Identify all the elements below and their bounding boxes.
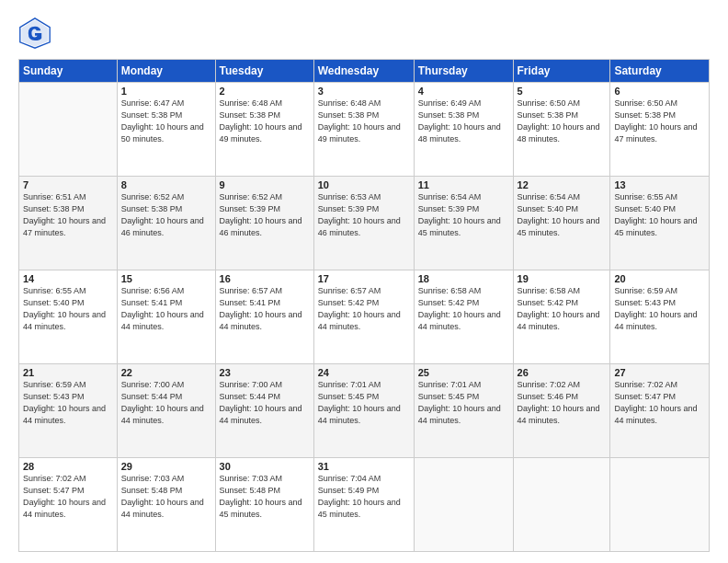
day-number: 6 xyxy=(614,86,705,97)
day-number: 5 xyxy=(518,86,607,97)
day-number: 28 xyxy=(23,461,113,472)
calendar-week-row: 28Sunrise: 7:02 AMSunset: 5:47 PMDayligh… xyxy=(19,458,710,552)
calendar-day-cell: 18Sunrise: 6:58 AMSunset: 5:42 PMDayligh… xyxy=(414,270,513,364)
calendar-day-cell: 19Sunrise: 6:58 AMSunset: 5:42 PMDayligh… xyxy=(513,270,610,364)
day-number: 9 xyxy=(220,179,310,190)
calendar-day-cell: 6Sunrise: 6:50 AMSunset: 5:38 PMDaylight… xyxy=(610,83,710,177)
weekday-header: Wednesday xyxy=(313,60,414,83)
day-detail: Sunrise: 6:52 AMSunset: 5:39 PMDaylight:… xyxy=(220,191,310,239)
day-number: 23 xyxy=(220,367,310,378)
day-number: 3 xyxy=(318,86,410,97)
weekday-header: Thursday xyxy=(414,60,513,83)
calendar-day-cell: 20Sunrise: 6:59 AMSunset: 5:43 PMDayligh… xyxy=(610,270,710,364)
calendar-day-cell: 17Sunrise: 6:57 AMSunset: 5:42 PMDayligh… xyxy=(313,270,414,364)
day-detail: Sunrise: 6:59 AMSunset: 5:43 PMDaylight:… xyxy=(614,285,705,333)
day-detail: Sunrise: 6:59 AMSunset: 5:43 PMDaylight:… xyxy=(23,379,113,427)
logo-icon xyxy=(18,17,51,50)
calendar-day-cell: 25Sunrise: 7:01 AMSunset: 5:45 PMDayligh… xyxy=(414,364,513,458)
day-number: 1 xyxy=(121,86,211,97)
calendar-day-cell: 14Sunrise: 6:55 AMSunset: 5:40 PMDayligh… xyxy=(19,270,118,364)
day-number: 20 xyxy=(614,273,705,284)
calendar-week-row: 21Sunrise: 6:59 AMSunset: 5:43 PMDayligh… xyxy=(19,364,710,458)
calendar-day-cell: 28Sunrise: 7:02 AMSunset: 5:47 PMDayligh… xyxy=(19,458,118,552)
calendar-day-cell: 4Sunrise: 6:49 AMSunset: 5:38 PMDaylight… xyxy=(414,83,513,177)
day-number: 24 xyxy=(318,367,410,378)
calendar-day-cell: 5Sunrise: 6:50 AMSunset: 5:38 PMDaylight… xyxy=(513,83,610,177)
day-number: 25 xyxy=(418,367,509,378)
weekday-header: Monday xyxy=(117,60,215,83)
calendar-day-cell: 8Sunrise: 6:52 AMSunset: 5:38 PMDaylight… xyxy=(117,177,215,270)
day-number: 26 xyxy=(518,367,607,378)
day-detail: Sunrise: 7:04 AMSunset: 5:49 PMDaylight:… xyxy=(318,473,410,521)
weekday-header: Friday xyxy=(513,60,610,83)
day-number: 2 xyxy=(220,86,310,97)
day-detail: Sunrise: 6:51 AMSunset: 5:38 PMDaylight:… xyxy=(23,191,113,239)
day-detail: Sunrise: 6:48 AMSunset: 5:38 PMDaylight:… xyxy=(318,98,410,145)
calendar-day-cell xyxy=(414,458,513,552)
calendar-day-cell: 15Sunrise: 6:56 AMSunset: 5:41 PMDayligh… xyxy=(117,270,215,364)
day-detail: Sunrise: 7:02 AMSunset: 5:47 PMDaylight:… xyxy=(614,379,705,427)
calendar-day-cell: 1Sunrise: 6:47 AMSunset: 5:38 PMDaylight… xyxy=(117,83,215,177)
day-number: 15 xyxy=(121,273,211,284)
day-number: 29 xyxy=(121,461,211,472)
day-detail: Sunrise: 7:02 AMSunset: 5:47 PMDaylight:… xyxy=(23,473,113,521)
calendar-week-row: 7Sunrise: 6:51 AMSunset: 5:38 PMDaylight… xyxy=(19,177,710,270)
day-detail: Sunrise: 6:55 AMSunset: 5:40 PMDaylight:… xyxy=(23,285,113,333)
day-number: 7 xyxy=(23,179,113,190)
page: SundayMondayTuesdayWednesdayThursdayFrid… xyxy=(0,0,728,563)
calendar-day-cell xyxy=(19,83,118,177)
day-number: 13 xyxy=(614,179,705,190)
day-detail: Sunrise: 6:47 AMSunset: 5:38 PMDaylight:… xyxy=(121,98,211,145)
day-detail: Sunrise: 6:48 AMSunset: 5:38 PMDaylight:… xyxy=(220,98,310,145)
calendar-day-cell: 22Sunrise: 7:00 AMSunset: 5:44 PMDayligh… xyxy=(117,364,215,458)
calendar-week-row: 14Sunrise: 6:55 AMSunset: 5:40 PMDayligh… xyxy=(19,270,710,364)
day-number: 14 xyxy=(23,273,113,284)
day-number: 18 xyxy=(418,273,509,284)
day-number: 22 xyxy=(121,367,211,378)
calendar-day-cell: 24Sunrise: 7:01 AMSunset: 5:45 PMDayligh… xyxy=(313,364,414,458)
day-detail: Sunrise: 6:53 AMSunset: 5:39 PMDaylight:… xyxy=(318,191,410,239)
calendar-day-cell: 13Sunrise: 6:55 AMSunset: 5:40 PMDayligh… xyxy=(610,177,710,270)
day-number: 19 xyxy=(518,273,607,284)
weekday-header: Saturday xyxy=(610,60,710,83)
calendar-table: SundayMondayTuesdayWednesdayThursdayFrid… xyxy=(18,59,710,552)
calendar-day-cell: 23Sunrise: 7:00 AMSunset: 5:44 PMDayligh… xyxy=(215,364,313,458)
logo xyxy=(18,17,57,50)
day-detail: Sunrise: 7:02 AMSunset: 5:46 PMDaylight:… xyxy=(518,379,607,427)
day-detail: Sunrise: 6:52 AMSunset: 5:38 PMDaylight:… xyxy=(121,191,211,239)
day-detail: Sunrise: 7:00 AMSunset: 5:44 PMDaylight:… xyxy=(220,379,310,427)
day-number: 12 xyxy=(518,179,607,190)
day-detail: Sunrise: 6:57 AMSunset: 5:41 PMDaylight:… xyxy=(220,285,310,333)
weekday-header: Sunday xyxy=(19,60,118,83)
calendar-day-cell: 29Sunrise: 7:03 AMSunset: 5:48 PMDayligh… xyxy=(117,458,215,552)
day-detail: Sunrise: 6:56 AMSunset: 5:41 PMDaylight:… xyxy=(121,285,211,333)
day-number: 27 xyxy=(614,367,705,378)
calendar-day-cell: 11Sunrise: 6:54 AMSunset: 5:39 PMDayligh… xyxy=(414,177,513,270)
calendar-day-cell: 27Sunrise: 7:02 AMSunset: 5:47 PMDayligh… xyxy=(610,364,710,458)
day-number: 30 xyxy=(220,461,310,472)
day-number: 4 xyxy=(418,86,509,97)
day-detail: Sunrise: 7:03 AMSunset: 5:48 PMDaylight:… xyxy=(121,473,211,521)
day-number: 16 xyxy=(220,273,310,284)
calendar-day-cell: 2Sunrise: 6:48 AMSunset: 5:38 PMDaylight… xyxy=(215,83,313,177)
day-detail: Sunrise: 7:03 AMSunset: 5:48 PMDaylight:… xyxy=(220,473,310,521)
day-number: 8 xyxy=(121,179,211,190)
calendar-day-cell: 9Sunrise: 6:52 AMSunset: 5:39 PMDaylight… xyxy=(215,177,313,270)
day-detail: Sunrise: 6:57 AMSunset: 5:42 PMDaylight:… xyxy=(318,285,410,333)
day-detail: Sunrise: 7:00 AMSunset: 5:44 PMDaylight:… xyxy=(121,379,211,427)
calendar-day-cell: 31Sunrise: 7:04 AMSunset: 5:49 PMDayligh… xyxy=(313,458,414,552)
calendar-day-cell: 10Sunrise: 6:53 AMSunset: 5:39 PMDayligh… xyxy=(313,177,414,270)
day-detail: Sunrise: 6:55 AMSunset: 5:40 PMDaylight:… xyxy=(614,191,705,239)
calendar-day-cell: 7Sunrise: 6:51 AMSunset: 5:38 PMDaylight… xyxy=(19,177,118,270)
calendar-day-cell: 26Sunrise: 7:02 AMSunset: 5:46 PMDayligh… xyxy=(513,364,610,458)
calendar-day-cell xyxy=(513,458,610,552)
day-detail: Sunrise: 7:01 AMSunset: 5:45 PMDaylight:… xyxy=(318,379,410,427)
day-detail: Sunrise: 6:50 AMSunset: 5:38 PMDaylight:… xyxy=(518,98,607,145)
weekday-header-row: SundayMondayTuesdayWednesdayThursdayFrid… xyxy=(19,60,710,83)
calendar-day-cell: 16Sunrise: 6:57 AMSunset: 5:41 PMDayligh… xyxy=(215,270,313,364)
weekday-header: Tuesday xyxy=(215,60,313,83)
day-detail: Sunrise: 6:54 AMSunset: 5:39 PMDaylight:… xyxy=(418,191,509,239)
day-number: 10 xyxy=(318,179,410,190)
calendar-day-cell: 3Sunrise: 6:48 AMSunset: 5:38 PMDaylight… xyxy=(313,83,414,177)
day-detail: Sunrise: 6:50 AMSunset: 5:38 PMDaylight:… xyxy=(614,98,705,145)
